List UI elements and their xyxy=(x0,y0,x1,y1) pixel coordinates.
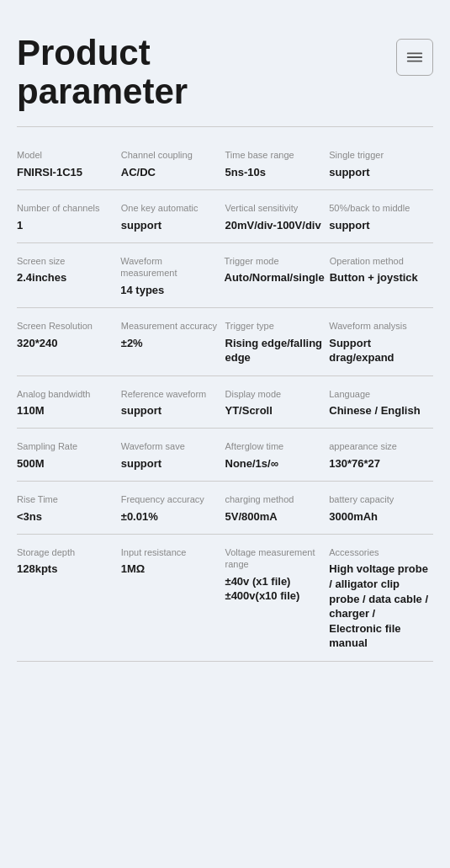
spec-value: ±2% xyxy=(121,336,220,351)
spec-row: ModelFNIRSI-1C15Channel couplingAC/DCTim… xyxy=(17,141,433,190)
spec-label: Measurement accuracy xyxy=(121,320,220,332)
spec-label: Vertical sensitivity xyxy=(225,202,325,214)
spec-label: Input resistance xyxy=(121,546,220,558)
spec-cell: 50%/back to middlesupport xyxy=(329,202,433,232)
spec-cell: Number of channels1 xyxy=(17,202,121,232)
spec-value: Auto/Normal/single xyxy=(225,270,325,285)
spec-cell: Reference waveformsupport xyxy=(121,388,225,418)
spec-label: Number of channels xyxy=(17,202,116,214)
spec-label: Time base range xyxy=(225,149,325,161)
spec-label: battery capacity xyxy=(329,493,428,505)
spec-cell: Input resistance1MΩ xyxy=(121,546,225,651)
page-header: Product parameter xyxy=(17,34,433,111)
spec-cell: battery capacity3000mAh xyxy=(329,493,433,524)
spec-cell: Sampling Rate500M xyxy=(17,440,121,471)
spec-cell: Waveform measurement14 types xyxy=(120,255,224,297)
spec-cell: Single triggersupport xyxy=(329,149,433,179)
spec-cell: Operation methodButton + joystick xyxy=(330,255,433,297)
spec-cell: ModelFNIRSI-1C15 xyxy=(17,149,121,179)
spec-value: support xyxy=(121,218,220,233)
spec-label: charging method xyxy=(225,493,325,505)
spec-cell: Screen size2.4inches xyxy=(17,255,120,297)
spec-value: 14 types xyxy=(120,283,219,298)
spec-label: Storage depth xyxy=(17,546,116,558)
spec-cell: Channel couplingAC/DC xyxy=(121,149,225,179)
spec-label: Frequency accuracy xyxy=(121,493,220,505)
spec-cell: Screen Resolution320*240 xyxy=(17,320,121,365)
spec-label: Sampling Rate xyxy=(17,440,116,452)
spec-cell: Afterglow timeNone/1s/∞ xyxy=(225,440,330,471)
spec-cell: Waveform analysisSupport drag/expand xyxy=(329,320,433,365)
spec-value: 5V/800mA xyxy=(225,509,325,525)
spec-label: Screen size xyxy=(17,255,115,267)
page-title: Product parameter xyxy=(17,34,188,111)
spec-value: 320*240 xyxy=(17,336,116,351)
spec-label: Trigger mode xyxy=(225,255,325,267)
spec-value: 128kpts xyxy=(17,562,116,577)
spec-label: Model xyxy=(17,149,116,161)
spec-row: Storage depth128kptsInput resistance1MΩV… xyxy=(17,535,433,662)
spec-cell: appearance size130*76*27 xyxy=(329,440,433,471)
spec-cell: Vertical sensitivity20mV/div-100V/div xyxy=(225,202,330,232)
spec-label: Single trigger xyxy=(329,149,428,161)
spec-label: appearance size xyxy=(329,440,428,452)
spec-value: support xyxy=(329,218,428,233)
spec-cell: AccessoriesHigh voltage probe / alligato… xyxy=(329,546,433,651)
spec-label: Channel coupling xyxy=(121,149,220,161)
spec-label: Accessories xyxy=(329,546,428,558)
spec-row: Rise Time<3nsFrequency accuracy±0.01%cha… xyxy=(17,482,433,535)
spec-label: Reference waveform xyxy=(121,388,220,400)
spec-label: Analog bandwidth xyxy=(17,388,116,400)
spec-label: Trigger type xyxy=(225,320,325,332)
spec-label: Screen Resolution xyxy=(17,320,116,332)
spec-value: support xyxy=(121,403,220,418)
spec-value: 1 xyxy=(17,218,116,233)
spec-row: Number of channels1One key automaticsupp… xyxy=(17,190,433,243)
spec-cell: charging method5V/800mA xyxy=(225,493,330,524)
spec-label: Voltage measurement range xyxy=(225,546,325,571)
spec-row: Analog bandwidth110MReference waveformsu… xyxy=(17,376,433,429)
spec-cell: One key automaticsupport xyxy=(121,202,225,232)
spec-cell: Time base range5ns-10s xyxy=(225,149,330,179)
spec-row: Screen size2.4inchesWaveform measurement… xyxy=(17,243,433,308)
spec-label: Waveform save xyxy=(121,440,220,452)
spec-cell: Frequency accuracy±0.01% xyxy=(121,493,225,524)
spec-table: ModelFNIRSI-1C15Channel couplingAC/DCTim… xyxy=(17,141,433,661)
spec-value: support xyxy=(329,165,428,180)
spec-value: ±0.01% xyxy=(121,509,220,525)
spec-label: One key automatic xyxy=(121,202,220,214)
spec-cell: Storage depth128kpts xyxy=(17,546,121,651)
spec-value: AC/DC xyxy=(121,165,220,180)
spec-label: Language xyxy=(329,388,428,400)
menu-button[interactable] xyxy=(396,39,433,76)
spec-value: 500M xyxy=(17,456,116,471)
spec-row: Sampling Rate500MWaveform savesupportAft… xyxy=(17,429,433,482)
spec-label: Waveform analysis xyxy=(329,320,428,332)
spec-cell: Analog bandwidth110M xyxy=(17,388,121,418)
spec-cell: Display modeYT/Scroll xyxy=(225,388,330,418)
spec-label: Afterglow time xyxy=(225,440,325,452)
spec-cell: Waveform savesupport xyxy=(121,440,225,471)
spec-label: Rise Time xyxy=(17,493,116,505)
spec-label: 50%/back to middle xyxy=(329,202,428,214)
header-divider xyxy=(17,126,433,127)
spec-cell: Trigger modeAuto/Normal/single xyxy=(225,255,330,297)
spec-value: Rising edge/falling edge xyxy=(225,336,325,365)
spec-cell: Measurement accuracy±2% xyxy=(121,320,225,365)
spec-value: FNIRSI-1C15 xyxy=(17,165,116,180)
spec-value: <3ns xyxy=(17,509,116,525)
spec-value: YT/Scroll xyxy=(225,403,325,418)
spec-row: Screen Resolution320*240Measurement accu… xyxy=(17,308,433,375)
spec-value: High voltage probe / alligator clip prob… xyxy=(329,562,428,650)
spec-value: 3000mAh xyxy=(329,509,428,525)
spec-value: 110M xyxy=(17,403,116,418)
spec-value: Button + joystick xyxy=(330,270,428,285)
spec-value: Support drag/expand xyxy=(329,336,428,365)
page-container: Product parameter ModelFNIRSI-1C15Channe… xyxy=(0,0,450,868)
spec-value: 2.4inches xyxy=(17,270,115,285)
spec-value: 130*76*27 xyxy=(329,456,428,471)
spec-cell: Rise Time<3ns xyxy=(17,493,121,524)
spec-cell: LanguageChinese / English xyxy=(329,388,433,418)
spec-label: Operation method xyxy=(330,255,428,267)
spec-value: 20mV/div-100V/div xyxy=(225,218,325,233)
